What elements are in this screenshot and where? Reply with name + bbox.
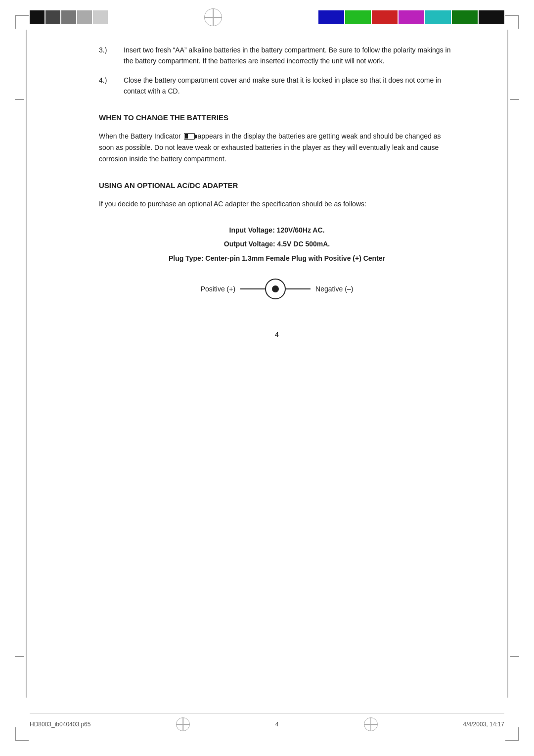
step-4-item: 4.) Close the battery compartment cover … bbox=[99, 75, 455, 97]
batteries-section-title: WHEN TO CHANGE THE BATTERIES bbox=[99, 112, 455, 124]
page-wrapper: 3.) Insert two fresh “AA” alkaline batte… bbox=[0, 0, 534, 756]
plug-line-right bbox=[286, 288, 311, 289]
batteries-section: WHEN TO CHANGE THE BATTERIES When the Ba… bbox=[99, 112, 455, 165]
color-bar-black bbox=[479, 10, 504, 24]
plug-diagram: Positive (+) Negative (–) bbox=[99, 279, 455, 299]
adapter-section-body: If you decide to purchase an optional AC… bbox=[99, 198, 455, 210]
spec-line-1: Input Voltage: 120V/60Hz AC. bbox=[99, 225, 455, 236]
gray-bar-lighter bbox=[93, 10, 108, 24]
gray-bar-mid bbox=[61, 10, 76, 24]
battery-icon-inner bbox=[185, 134, 188, 139]
footer-right: 4/4/2003, 14:17 bbox=[463, 721, 504, 728]
step-4-number: 4.) bbox=[99, 75, 124, 97]
corner-mark-bl bbox=[15, 727, 29, 741]
tick-mark-left-bottom bbox=[15, 656, 24, 657]
tick-mark-right-top bbox=[510, 99, 519, 100]
spec-line-2: Output Voltage: 4.5V DC 500mA. bbox=[99, 238, 455, 249]
color-bars-right bbox=[318, 10, 504, 24]
plug-negative-label: Negative (–) bbox=[315, 284, 353, 294]
battery-icon bbox=[184, 133, 195, 140]
batteries-body-prefix: When the Battery Indicator bbox=[99, 132, 181, 140]
plug-line-left bbox=[240, 288, 265, 289]
tick-mark-left-top bbox=[15, 99, 24, 100]
plug-circle-outer bbox=[265, 279, 286, 299]
main-content: 3.) Insert two fresh “AA” alkaline batte… bbox=[0, 35, 534, 390]
plug-circle-inner bbox=[272, 285, 279, 292]
right-border-line bbox=[507, 30, 508, 698]
page-number: 4 bbox=[99, 329, 455, 340]
color-bar-magenta bbox=[399, 10, 424, 24]
plug-positive-label: Positive (+) bbox=[201, 284, 235, 294]
step-3-number: 3.) bbox=[99, 45, 124, 67]
crosshair-center-top bbox=[204, 8, 222, 26]
spec-line-3: Plug Type: Center-pin 1.3mm Female Plug … bbox=[99, 253, 455, 264]
tick-mark-right-bottom bbox=[510, 656, 519, 657]
grayscale-bars bbox=[30, 10, 108, 24]
specs-block: Input Voltage: 120V/60Hz AC. Output Volt… bbox=[99, 225, 455, 264]
corner-mark-br bbox=[505, 727, 519, 741]
top-bar bbox=[0, 0, 534, 35]
adapter-section-title: USING AN OPTIONAL AC/DC ADAPTER bbox=[99, 180, 455, 191]
color-bar-green bbox=[345, 10, 371, 24]
step-4-text: Close the battery compartment cover and … bbox=[124, 75, 455, 97]
adapter-section: USING AN OPTIONAL AC/DC ADAPTER If you d… bbox=[99, 180, 455, 210]
top-bar-inner bbox=[30, 8, 504, 26]
left-border-line bbox=[26, 30, 27, 698]
step-3-text: Insert two fresh “AA” alkaline batteries… bbox=[124, 45, 455, 67]
footer-bar: HD8003_ib040403.p65 4 4/4/2003, 14:17 bbox=[30, 713, 504, 731]
step-3-item: 3.) Insert two fresh “AA” alkaline batte… bbox=[99, 45, 455, 67]
gray-bar-black bbox=[30, 10, 44, 24]
color-bar-cyan bbox=[425, 10, 451, 24]
batteries-section-body: When the Battery Indicator appears in th… bbox=[99, 131, 455, 165]
gray-bar-dark bbox=[45, 10, 60, 24]
color-bar-red bbox=[372, 10, 398, 24]
footer-center: 4 bbox=[275, 721, 279, 728]
steps-list: 3.) Insert two fresh “AA” alkaline batte… bbox=[99, 45, 455, 97]
footer-left: HD8003_ib040403.p65 bbox=[30, 721, 90, 728]
footer-crosshair bbox=[176, 717, 190, 731]
gray-bar-light bbox=[77, 10, 92, 24]
color-bar-darkgreen bbox=[452, 10, 478, 24]
color-bar-blue bbox=[318, 10, 344, 24]
footer-crosshair-2 bbox=[364, 717, 378, 731]
